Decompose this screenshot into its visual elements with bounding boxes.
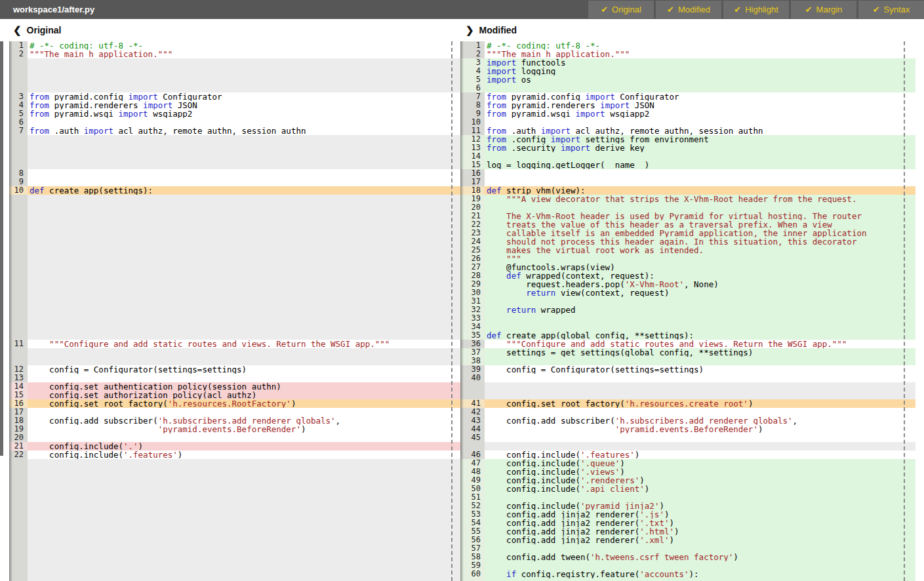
pane-header-modified: ❯ Modified — [466, 19, 517, 41]
toggle-syntax-button[interactable]: ✔Syntax — [858, 1, 924, 18]
line-number — [9, 485, 28, 493]
code-text — [28, 246, 460, 254]
line-number — [9, 67, 28, 75]
code-text: from .config import settings_from_enviro… — [485, 135, 915, 144]
diff-map-right[interactable] — [915, 41, 924, 581]
code-text — [485, 84, 915, 92]
line-number — [9, 75, 28, 84]
code-line: 14 config.set_authentication_policy(sess… — [9, 382, 460, 391]
code-text: from pyramid.wsgi import wsgiapp2 — [28, 110, 460, 118]
code-line: 7from pyramid.config import Configurator — [460, 92, 915, 101]
filler-line — [9, 502, 460, 510]
code-text — [28, 212, 460, 220]
code-text: """Configure and add static routes and v… — [28, 340, 460, 348]
code-text — [28, 493, 460, 502]
line-number — [9, 459, 28, 468]
code-text — [485, 433, 915, 442]
pane-original[interactable]: 1# -*- coding: utf-8 -*-2"""The main h a… — [9, 41, 460, 581]
code-line: 22 treats the value of this header as a … — [460, 220, 915, 229]
toggle-modified-button[interactable]: ✔Modified — [656, 1, 721, 18]
diff-map-left[interactable] — [0, 41, 9, 581]
code-text: config.include('.queue') — [485, 459, 915, 468]
code-text — [485, 357, 915, 365]
code-text: import os — [485, 75, 915, 84]
filler-line — [9, 493, 460, 502]
toggle-margin-button[interactable]: ✔Margin — [791, 1, 856, 18]
code-text — [28, 289, 460, 297]
toggle-button-label: Margin — [816, 5, 843, 14]
code-text — [28, 476, 460, 485]
code-text: treats the value of this header as a tra… — [485, 220, 915, 229]
code-line: 36 """Configure and add static routes an… — [460, 340, 915, 348]
code-text — [28, 135, 460, 144]
code-text: from pyramid.renderers import JSON — [485, 101, 915, 110]
code-line: 35def create_app(global_config, **settin… — [460, 331, 915, 340]
code-text — [28, 271, 460, 280]
filler-line — [9, 544, 460, 553]
filler-line — [9, 271, 460, 280]
pane-header-modified-label: Modified — [479, 25, 517, 35]
filler-line — [9, 578, 460, 581]
line-number — [9, 519, 28, 527]
code-text — [485, 297, 915, 306]
code-text — [28, 195, 460, 203]
code-line: 8 — [9, 169, 460, 178]
diff-view: 1# -*- coding: utf-8 -*-2"""The main h a… — [0, 41, 924, 581]
code-line: 37 settings = get_settings(global_config… — [460, 348, 915, 357]
code-text: from .auth import acl_authz, remote_auth… — [28, 127, 460, 135]
code-line: 20 — [9, 433, 460, 442]
code-line: 32 return wrapped — [460, 306, 915, 314]
code-line: 60 if config.registry.feature('accounts'… — [460, 570, 915, 578]
code-text — [28, 203, 460, 212]
line-number — [9, 536, 28, 544]
pane-modified[interactable]: 1# -*- coding: utf-8 -*-2"""The main h a… — [460, 41, 915, 581]
code-line: 13 — [9, 374, 460, 382]
pane-headers: ❮ Original ❯ Modified — [0, 19, 924, 41]
code-line: 15log = logging.getLogger(__name__) — [460, 161, 915, 169]
line-number: 6 — [9, 118, 28, 127]
line-number: 2 — [9, 50, 28, 58]
toggle-highlight-button[interactable]: ✔Highlight — [723, 1, 789, 18]
line-number — [9, 84, 28, 92]
code-line: 53 config.add_jinja2_renderer('.js') — [460, 510, 915, 519]
code-text — [28, 229, 460, 237]
code-text — [485, 314, 915, 323]
code-text — [28, 306, 460, 314]
code-line: 50 config.include('.api_client') — [460, 485, 915, 493]
checkmark-icon: ✔ — [601, 5, 608, 14]
code-text: return view(context, request) — [485, 289, 915, 297]
line-number — [9, 561, 28, 570]
line-number — [9, 212, 28, 220]
map-viewport-thumb[interactable] — [0, 41, 3, 456]
code-line: 40 — [460, 374, 915, 382]
line-number: 8 — [460, 101, 485, 110]
toolbar-buttons: ✔Original✔Modified✔Highlight✔Margin✔Synt… — [588, 0, 924, 19]
code-text — [485, 578, 915, 581]
line-number — [9, 578, 28, 581]
code-line: 10def create_app(settings): — [9, 186, 460, 195]
code-line: 20 — [460, 203, 915, 212]
line-number — [9, 502, 28, 510]
filler-line — [460, 442, 915, 451]
toggle-original-button[interactable]: ✔Original — [588, 1, 654, 18]
line-number: 2 — [460, 50, 485, 58]
filler-line — [9, 289, 460, 297]
code-line — [460, 578, 915, 581]
code-line: 39 config = Configurator(settings=settin… — [460, 365, 915, 374]
code-text: config.add_jinja2_renderer('.js') — [485, 510, 915, 519]
code-line: 33 — [460, 314, 915, 323]
code-text: config.add_jinja2_renderer('.xml') — [485, 536, 915, 544]
code-text: config.include('.features') — [28, 451, 460, 459]
line-number: 8 — [9, 169, 28, 178]
filler-line — [9, 570, 460, 578]
filler-line — [9, 348, 460, 357]
code-line: 6 — [460, 84, 915, 92]
code-text: """The main h application.""" — [485, 50, 915, 58]
code-text: config = Configurator(settings=settings) — [28, 365, 460, 374]
code-line: 25 makes the virtual root work as intend… — [460, 246, 915, 254]
code-line: 19 'pyramid.events.BeforeRender') — [9, 425, 460, 433]
code-line: 45 — [460, 433, 915, 442]
code-line: 9from pyramid.wsgi import wsgiapp2 — [460, 110, 915, 118]
line-number: 1 — [460, 41, 485, 50]
code-line: 11from .auth import acl_authz, remote_au… — [460, 127, 915, 135]
